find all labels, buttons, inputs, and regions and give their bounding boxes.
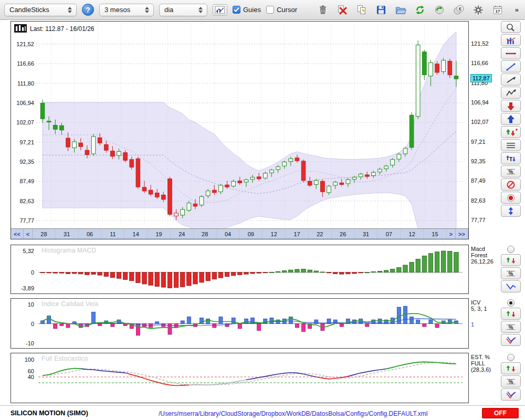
cursor-label: Cursor (277, 6, 297, 14)
copy-button[interactable] (355, 3, 369, 17)
tool-arrow-up-button[interactable] (501, 113, 521, 125)
svg-text:€: € (459, 6, 461, 12)
mini-chart-button[interactable] (213, 4, 227, 16)
refresh-button[interactable] (413, 3, 427, 17)
open-folder-button[interactable] (394, 3, 407, 17)
tool-buy-sell-button[interactable] (501, 126, 521, 138)
interval-select[interactable]: dia (159, 4, 207, 16)
price-tick-right: 102,07 (471, 119, 489, 125)
nav-next-button[interactable]: > (447, 229, 456, 239)
nav-last-button[interactable]: >> (456, 229, 468, 239)
zoom-icon (503, 23, 518, 32)
period-select[interactable]: 3 mesos (99, 4, 154, 16)
currency-button[interactable]: € (452, 3, 466, 17)
save-button[interactable] (374, 3, 388, 17)
svg-text:87,49: 87,49 (19, 178, 34, 184)
help-button[interactable]: ? (82, 4, 94, 16)
tool-zigzag-button[interactable] (501, 87, 521, 99)
buy-sell-signals-icon (503, 128, 518, 137)
price-tick-right: 92,35 (471, 158, 486, 164)
tool-text-updown-button[interactable]: T (501, 152, 521, 164)
curve-red-blue-icon (503, 335, 518, 345)
svg-text:92,35: 92,35 (19, 159, 34, 165)
svg-text:121,52: 121,52 (16, 41, 34, 47)
chart-type-select[interactable]: CandleSticks (4, 4, 77, 16)
toolbar-overflow-chevron[interactable]: » (515, 6, 521, 14)
date-cell: 26 (332, 229, 355, 239)
macd-curve-blue-button[interactable] (501, 280, 521, 292)
date-cell: 28 (33, 229, 56, 239)
save-icon (375, 4, 387, 16)
stoch-curve-red-blue-button[interactable] (501, 388, 521, 401)
percent-scale-icon: % (503, 322, 518, 332)
tool-trend-line-button[interactable] (501, 60, 521, 72)
stochastic-legend: EST. % FULL (28,3,6) (471, 354, 498, 373)
guies-checkbox[interactable]: Guies (233, 6, 261, 14)
svg-text:116,66: 116,66 (17, 60, 34, 67)
delete-button[interactable] (335, 3, 349, 17)
date-cell: 11 (101, 229, 124, 239)
price-tick-right: 77,77 (471, 217, 486, 223)
svg-text:%: % (509, 324, 513, 330)
tool-list-button[interactable] (501, 139, 521, 151)
date-cell: 31 (56, 229, 79, 239)
svg-text:40: 40 (28, 374, 34, 380)
date-cell: 06 (79, 229, 102, 239)
stoch-percent-scale-button[interactable]: % (501, 375, 521, 387)
gu ies-label: Guies (243, 6, 261, 14)
macd-percent-scale-button[interactable]: % (501, 267, 521, 279)
icv-up-down-arrows-button[interactable] (501, 308, 521, 320)
icv-curve-red-blue-button[interactable] (501, 334, 521, 346)
icv-percent-scale-button[interactable]: % (501, 321, 521, 333)
tool-scroll-button[interactable] (501, 205, 521, 217)
checkbox-unchecked-icon (266, 6, 274, 14)
nav-first-button[interactable]: << (11, 229, 24, 239)
svg-text:-3,89: -3,89 (21, 285, 34, 291)
off-button[interactable]: OFF (482, 408, 519, 418)
macd-panel-radio[interactable] (507, 246, 514, 253)
icv-panel-radio[interactable] (507, 299, 514, 307)
date-cell: 24 (171, 229, 194, 239)
tool-percent-button[interactable]: % (501, 165, 521, 177)
svg-text:5,32: 5,32 (23, 248, 34, 254)
tool-no-entry-button[interactable] (501, 178, 521, 191)
date-cell: 28 (194, 229, 217, 239)
tool-record-button[interactable] (501, 192, 521, 204)
sync-button[interactable] (433, 3, 446, 17)
cursor-checkbox[interactable]: Cursor (266, 6, 297, 14)
red-level-line-icon (503, 49, 518, 58)
config-path-link[interactable]: /Users/mserra/Library/CloudStorage/Dropb… (159, 410, 427, 417)
icv-legend: ICV 5, 3, 1 (471, 299, 498, 312)
svg-text:82,63: 82,63 (19, 198, 34, 204)
macd-tool-group: % (498, 246, 524, 292)
macd-legend: Macd Forest 26,12,26 (471, 246, 498, 265)
tool-arrow-down-button[interactable] (501, 100, 521, 112)
tool-zoom-button[interactable] (501, 21, 521, 33)
date-cell: 04 (217, 229, 240, 239)
zigzag-icon (503, 88, 518, 98)
date-cell: 22 (309, 229, 332, 239)
drawing-tool-rail: T% (498, 21, 524, 217)
macd-up-down-arrows-button[interactable] (501, 254, 521, 266)
candlestick-chart[interactable]: 121,52116,66111,80106,94102,0797,2192,35… (11, 22, 468, 228)
main-chart-panel: 121,52116,66111,80106,94102,0797,2192,35… (10, 21, 469, 239)
stoch-up-down-arrows-button[interactable] (501, 362, 521, 374)
macd-panel: 5,320-3,89 Histograma MACD (10, 245, 469, 294)
curve-icon (503, 282, 518, 291)
toolbar: CandleSticks ? 3 mesos dia Guies Cursor … (0, 0, 525, 20)
tool-bar-stats-button[interactable] (501, 34, 521, 46)
list-icon (503, 141, 518, 150)
nav-prev-button[interactable]: < (24, 229, 33, 239)
trash-button[interactable] (316, 3, 330, 17)
help-label: ? (86, 6, 90, 14)
open-folder-icon (395, 4, 406, 16)
percent-scale-icon: % (503, 167, 518, 176)
svg-text:0: 0 (31, 321, 34, 327)
stoch-panel-radio[interactable] (507, 354, 514, 361)
tool-arrow-line-button[interactable] (501, 74, 521, 86)
svg-text:%: % (509, 169, 513, 175)
up-down-arrows-icon (503, 256, 518, 265)
svg-text:77,77: 77,77 (19, 217, 34, 224)
stepper-arrows-icon (66, 7, 74, 13)
tool-red-level-button[interactable] (501, 47, 521, 59)
